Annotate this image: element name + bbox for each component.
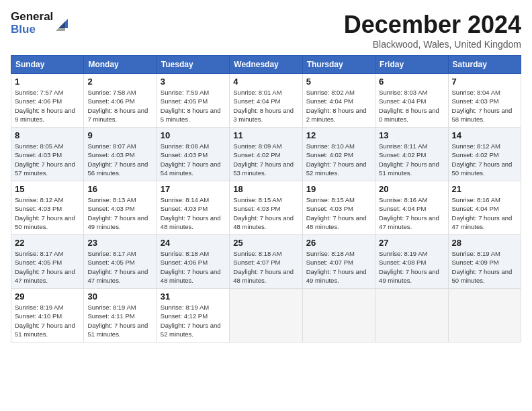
day-cell-28: 28 Sunrise: 8:19 AM Sunset: 4:09 PM Dayl…: [448, 235, 521, 289]
location: Blackwood, Wales, United Kingdom: [344, 39, 521, 50]
day-cell-8: 8 Sunrise: 8:05 AM Sunset: 4:03 PM Dayli…: [11, 128, 84, 181]
day-number: 2: [87, 77, 152, 87]
day-cell-31: 31 Sunrise: 8:19 AM Sunset: 4:12 PM Dayl…: [157, 289, 229, 342]
logo-line1: General: [11, 11, 53, 24]
sunset-label: Sunset: 4:06 PM: [87, 97, 134, 105]
header-wednesday: Wednesday: [230, 56, 302, 74]
day-cell-25: 25 Sunrise: 8:18 AM Sunset: 4:07 PM Dayl…: [230, 235, 302, 289]
day-number: 30: [87, 291, 152, 302]
sunrise-label: Sunrise: 8:18 AM: [233, 250, 281, 257]
daylight-label: Daylight: 7 hours and 48 minutes.: [161, 268, 221, 284]
day-number: 4: [233, 77, 298, 87]
sunrise-label: Sunrise: 8:09 AM: [233, 142, 281, 150]
day-info: Sunrise: 8:17 AM Sunset: 4:05 PM Dayligh…: [87, 249, 152, 285]
day-info: Sunrise: 8:19 AM Sunset: 4:10 PM Dayligh…: [15, 303, 80, 338]
day-info: Sunrise: 8:09 AM Sunset: 4:02 PM Dayligh…: [233, 142, 298, 177]
daylight-label: Daylight: 7 hours and 53 minutes.: [233, 161, 294, 177]
day-number: 17: [161, 184, 226, 194]
sunrise-label: Sunrise: 8:12 AM: [452, 142, 500, 150]
sunset-label: Sunset: 4:03 PM: [15, 205, 62, 212]
sunset-label: Sunset: 4:07 PM: [306, 259, 353, 266]
logo: General Blue: [11, 11, 71, 36]
title-block: December 2024 Blackwood, Wales, United K…: [344, 11, 521, 50]
daylight-label: Daylight: 7 hours and 51 minutes.: [87, 322, 148, 338]
daylight-label: Daylight: 7 hours and 50 minutes.: [15, 214, 75, 230]
sunset-label: Sunset: 4:05 PM: [87, 259, 134, 266]
day-cell-7: 7 Sunrise: 8:04 AM Sunset: 4:03 PM Dayli…: [448, 74, 521, 128]
daylight-label: Daylight: 8 hours and 2 minutes.: [306, 107, 367, 123]
day-number: 24: [161, 238, 226, 248]
day-info: Sunrise: 8:02 AM Sunset: 4:04 PM Dayligh…: [306, 88, 371, 124]
daylight-label: Daylight: 7 hours and 48 minutes.: [161, 214, 221, 230]
daylight-label: Daylight: 7 hours and 52 minutes.: [161, 322, 221, 338]
day-cell-6: 6 Sunrise: 8:03 AM Sunset: 4:04 PM Dayli…: [375, 74, 448, 128]
daylight-label: Daylight: 7 hours and 51 minutes.: [379, 161, 439, 177]
sunrise-label: Sunrise: 8:19 AM: [161, 304, 209, 311]
daylight-label: Daylight: 7 hours and 47 minutes.: [15, 268, 75, 284]
daylight-label: Daylight: 8 hours and 7 minutes.: [87, 107, 148, 123]
daylight-label: Daylight: 7 hours and 47 minutes.: [452, 214, 513, 230]
daylight-label: Daylight: 7 hours and 54 minutes.: [161, 161, 221, 177]
sunset-label: Sunset: 4:12 PM: [161, 312, 208, 320]
daylight-label: Daylight: 8 hours and 0 minutes.: [379, 107, 439, 123]
logo-line2: Blue: [11, 24, 53, 36]
day-info: Sunrise: 7:57 AM Sunset: 4:06 PM Dayligh…: [15, 88, 80, 124]
day-cell-26: 26 Sunrise: 8:18 AM Sunset: 4:07 PM Dayl…: [302, 235, 375, 289]
day-cell-13: 13 Sunrise: 8:11 AM Sunset: 4:02 PM Dayl…: [375, 128, 448, 181]
daylight-label: Daylight: 8 hours and 5 minutes.: [161, 107, 221, 123]
sunrise-label: Sunrise: 8:17 AM: [15, 250, 63, 257]
sunrise-label: Sunrise: 8:15 AM: [233, 196, 281, 203]
sunset-label: Sunset: 4:03 PM: [87, 205, 134, 212]
sunrise-label: Sunrise: 8:04 AM: [452, 89, 500, 96]
day-number: 11: [233, 130, 298, 140]
day-number: 10: [161, 130, 226, 140]
day-number: 23: [87, 238, 152, 248]
day-info: Sunrise: 8:13 AM Sunset: 4:03 PM Dayligh…: [87, 195, 152, 231]
day-number: 28: [452, 238, 517, 248]
daylight-label: Daylight: 7 hours and 47 minutes.: [87, 268, 148, 284]
day-info: Sunrise: 8:15 AM Sunset: 4:03 PM Dayligh…: [233, 195, 298, 231]
day-info: Sunrise: 8:03 AM Sunset: 4:04 PM Dayligh…: [379, 88, 444, 124]
sunset-label: Sunset: 4:03 PM: [161, 151, 208, 158]
daylight-label: Daylight: 7 hours and 58 minutes.: [452, 107, 513, 123]
sunset-label: Sunset: 4:09 PM: [452, 259, 499, 266]
day-info: Sunrise: 7:58 AM Sunset: 4:06 PM Dayligh…: [87, 88, 152, 124]
empty-cell: [302, 289, 375, 342]
day-cell-16: 16 Sunrise: 8:13 AM Sunset: 4:03 PM Dayl…: [84, 181, 157, 235]
day-cell-24: 24 Sunrise: 8:18 AM Sunset: 4:06 PM Dayl…: [157, 235, 229, 289]
sunrise-label: Sunrise: 8:01 AM: [233, 89, 281, 96]
day-number: 6: [379, 77, 444, 87]
day-cell-3: 3 Sunrise: 7:59 AM Sunset: 4:05 PM Dayli…: [157, 74, 229, 128]
day-number: 26: [306, 238, 371, 248]
daylight-label: Daylight: 7 hours and 47 minutes.: [379, 214, 439, 230]
sunrise-label: Sunrise: 8:11 AM: [379, 142, 427, 150]
sunset-label: Sunset: 4:05 PM: [15, 259, 62, 266]
day-number: 25: [233, 238, 298, 248]
daylight-label: Daylight: 7 hours and 49 minutes.: [87, 214, 148, 230]
day-cell-10: 10 Sunrise: 8:08 AM Sunset: 4:03 PM Dayl…: [157, 128, 229, 181]
day-cell-27: 27 Sunrise: 8:19 AM Sunset: 4:08 PM Dayl…: [375, 235, 448, 289]
day-number: 13: [379, 130, 444, 140]
day-cell-18: 18 Sunrise: 8:15 AM Sunset: 4:03 PM Dayl…: [230, 181, 302, 235]
sunset-label: Sunset: 4:03 PM: [233, 205, 280, 212]
day-number: 7: [452, 77, 517, 87]
day-info: Sunrise: 8:07 AM Sunset: 4:03 PM Dayligh…: [87, 142, 152, 177]
sunset-label: Sunset: 4:02 PM: [379, 151, 426, 158]
sunset-label: Sunset: 4:03 PM: [452, 97, 499, 105]
day-info: Sunrise: 8:10 AM Sunset: 4:02 PM Dayligh…: [306, 142, 371, 177]
day-cell-23: 23 Sunrise: 8:17 AM Sunset: 4:05 PM Dayl…: [84, 235, 157, 289]
sunrise-label: Sunrise: 8:07 AM: [87, 142, 136, 150]
day-cell-17: 17 Sunrise: 8:14 AM Sunset: 4:03 PM Dayl…: [157, 181, 229, 235]
empty-cell: [230, 289, 302, 342]
header-thursday: Thursday: [302, 56, 375, 74]
sunset-label: Sunset: 4:03 PM: [306, 205, 353, 212]
day-cell-11: 11 Sunrise: 8:09 AM Sunset: 4:02 PM Dayl…: [230, 128, 302, 181]
sunrise-label: Sunrise: 8:18 AM: [306, 250, 355, 257]
day-number: 14: [452, 130, 517, 140]
day-number: 1: [15, 77, 80, 87]
sunrise-label: Sunrise: 8:16 AM: [379, 196, 427, 203]
sunset-label: Sunset: 4:03 PM: [87, 151, 134, 158]
day-number: 8: [15, 130, 80, 140]
sunrise-label: Sunrise: 8:19 AM: [379, 250, 427, 257]
day-info: Sunrise: 8:11 AM Sunset: 4:02 PM Dayligh…: [379, 142, 444, 177]
